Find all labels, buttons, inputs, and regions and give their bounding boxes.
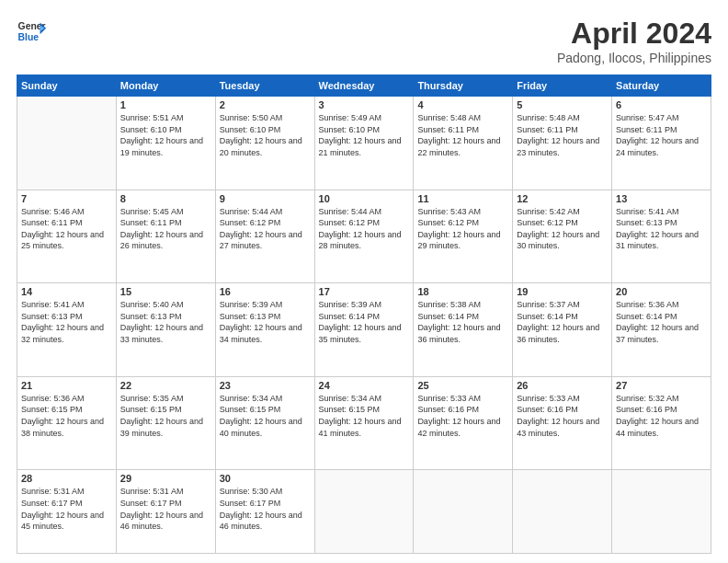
logo-icon: General Blue bbox=[17, 17, 46, 46]
day-number: 3 bbox=[319, 99, 410, 110]
day-number: 19 bbox=[517, 286, 608, 297]
table-row bbox=[314, 470, 414, 554]
header-sunday: Sunday bbox=[17, 75, 117, 97]
table-row: 17Sunrise: 5:39 AM Sunset: 6:14 PM Dayli… bbox=[314, 283, 414, 377]
day-info: Sunrise: 5:48 AM Sunset: 6:11 PM Dayligh… bbox=[417, 112, 508, 158]
table-row: 25Sunrise: 5:33 AM Sunset: 6:16 PM Dayli… bbox=[414, 376, 513, 470]
title-block: April 2024 Padong, Ilocos, Philippines bbox=[557, 17, 711, 65]
table-row: 22Sunrise: 5:35 AM Sunset: 6:15 PM Dayli… bbox=[116, 376, 215, 470]
day-number: 17 bbox=[319, 286, 410, 297]
day-number: 30 bbox=[220, 473, 311, 484]
day-number: 8 bbox=[120, 193, 211, 204]
table-row: 14Sunrise: 5:41 AM Sunset: 6:13 PM Dayli… bbox=[17, 283, 117, 377]
day-info: Sunrise: 5:43 AM Sunset: 6:12 PM Dayligh… bbox=[417, 206, 508, 252]
calendar-week-row: 14Sunrise: 5:41 AM Sunset: 6:13 PM Dayli… bbox=[17, 283, 711, 377]
day-number: 20 bbox=[616, 286, 707, 297]
table-row: 4Sunrise: 5:48 AM Sunset: 6:11 PM Daylig… bbox=[414, 97, 513, 190]
header-monday: Monday bbox=[116, 75, 215, 97]
day-info: Sunrise: 5:37 AM Sunset: 6:14 PM Dayligh… bbox=[517, 299, 608, 345]
day-number: 12 bbox=[517, 193, 608, 204]
day-number: 13 bbox=[616, 193, 707, 204]
day-info: Sunrise: 5:34 AM Sunset: 6:15 PM Dayligh… bbox=[319, 393, 410, 439]
day-info: Sunrise: 5:44 AM Sunset: 6:12 PM Dayligh… bbox=[220, 206, 311, 252]
table-row: 29Sunrise: 5:31 AM Sunset: 6:17 PM Dayli… bbox=[116, 470, 215, 554]
table-row: 28Sunrise: 5:31 AM Sunset: 6:17 PM Dayli… bbox=[17, 470, 117, 554]
table-row: 23Sunrise: 5:34 AM Sunset: 6:15 PM Dayli… bbox=[215, 376, 314, 470]
table-row: 6Sunrise: 5:47 AM Sunset: 6:11 PM Daylig… bbox=[612, 97, 711, 190]
table-row: 3Sunrise: 5:49 AM Sunset: 6:10 PM Daylig… bbox=[314, 97, 414, 190]
table-row: 9Sunrise: 5:44 AM Sunset: 6:12 PM Daylig… bbox=[215, 190, 314, 283]
day-number: 23 bbox=[220, 380, 311, 391]
day-info: Sunrise: 5:33 AM Sunset: 6:16 PM Dayligh… bbox=[417, 393, 508, 439]
page-header: General Blue April 2024 Padong, Ilocos, … bbox=[17, 17, 711, 65]
day-info: Sunrise: 5:41 AM Sunset: 6:13 PM Dayligh… bbox=[21, 299, 112, 345]
day-info: Sunrise: 5:44 AM Sunset: 6:12 PM Dayligh… bbox=[319, 206, 410, 252]
day-info: Sunrise: 5:42 AM Sunset: 6:12 PM Dayligh… bbox=[517, 206, 608, 252]
day-number: 22 bbox=[120, 380, 211, 391]
day-info: Sunrise: 5:36 AM Sunset: 6:15 PM Dayligh… bbox=[21, 393, 112, 439]
calendar-table: Sunday Monday Tuesday Wednesday Thursday… bbox=[17, 75, 711, 554]
day-number: 6 bbox=[616, 99, 707, 110]
day-number: 16 bbox=[220, 286, 311, 297]
day-number: 4 bbox=[417, 99, 508, 110]
table-row: 18Sunrise: 5:38 AM Sunset: 6:14 PM Dayli… bbox=[414, 283, 513, 377]
table-row: 7Sunrise: 5:46 AM Sunset: 6:11 PM Daylig… bbox=[17, 190, 117, 283]
calendar-week-row: 7Sunrise: 5:46 AM Sunset: 6:11 PM Daylig… bbox=[17, 190, 711, 283]
day-number: 5 bbox=[517, 99, 608, 110]
day-info: Sunrise: 5:50 AM Sunset: 6:10 PM Dayligh… bbox=[220, 112, 311, 158]
month-title: April 2024 bbox=[557, 17, 711, 51]
table-row: 5Sunrise: 5:48 AM Sunset: 6:11 PM Daylig… bbox=[513, 97, 612, 190]
table-row: 19Sunrise: 5:37 AM Sunset: 6:14 PM Dayli… bbox=[513, 283, 612, 377]
day-info: Sunrise: 5:31 AM Sunset: 6:17 PM Dayligh… bbox=[120, 486, 211, 532]
location: Padong, Ilocos, Philippines bbox=[557, 51, 711, 65]
calendar-week-row: 1Sunrise: 5:51 AM Sunset: 6:10 PM Daylig… bbox=[17, 97, 711, 190]
table-row: 8Sunrise: 5:45 AM Sunset: 6:11 PM Daylig… bbox=[116, 190, 215, 283]
day-number: 9 bbox=[220, 193, 311, 204]
table-row: 11Sunrise: 5:43 AM Sunset: 6:12 PM Dayli… bbox=[414, 190, 513, 283]
table-row: 12Sunrise: 5:42 AM Sunset: 6:12 PM Dayli… bbox=[513, 190, 612, 283]
day-number: 7 bbox=[21, 193, 112, 204]
table-row: 15Sunrise: 5:40 AM Sunset: 6:13 PM Dayli… bbox=[116, 283, 215, 377]
table-row bbox=[612, 470, 711, 554]
table-row: 10Sunrise: 5:44 AM Sunset: 6:12 PM Dayli… bbox=[314, 190, 414, 283]
day-number: 29 bbox=[120, 473, 211, 484]
day-info: Sunrise: 5:31 AM Sunset: 6:17 PM Dayligh… bbox=[21, 486, 112, 532]
day-number: 1 bbox=[120, 99, 211, 110]
table-row bbox=[513, 470, 612, 554]
day-info: Sunrise: 5:33 AM Sunset: 6:16 PM Dayligh… bbox=[517, 393, 608, 439]
table-row: 1Sunrise: 5:51 AM Sunset: 6:10 PM Daylig… bbox=[116, 97, 215, 190]
day-info: Sunrise: 5:48 AM Sunset: 6:11 PM Dayligh… bbox=[517, 112, 608, 158]
weekday-header-row: Sunday Monday Tuesday Wednesday Thursday… bbox=[17, 75, 711, 97]
table-row: 2Sunrise: 5:50 AM Sunset: 6:10 PM Daylig… bbox=[215, 97, 314, 190]
day-number: 15 bbox=[120, 286, 211, 297]
day-info: Sunrise: 5:40 AM Sunset: 6:13 PM Dayligh… bbox=[120, 299, 211, 345]
day-info: Sunrise: 5:46 AM Sunset: 6:11 PM Dayligh… bbox=[21, 206, 112, 252]
day-info: Sunrise: 5:39 AM Sunset: 6:13 PM Dayligh… bbox=[220, 299, 311, 345]
svg-text:Blue: Blue bbox=[18, 32, 40, 42]
day-info: Sunrise: 5:35 AM Sunset: 6:15 PM Dayligh… bbox=[120, 393, 211, 439]
day-number: 2 bbox=[220, 99, 311, 110]
day-number: 27 bbox=[616, 380, 707, 391]
table-row: 20Sunrise: 5:36 AM Sunset: 6:14 PM Dayli… bbox=[612, 283, 711, 377]
day-info: Sunrise: 5:32 AM Sunset: 6:16 PM Dayligh… bbox=[616, 393, 707, 439]
header-tuesday: Tuesday bbox=[215, 75, 314, 97]
table-row: 21Sunrise: 5:36 AM Sunset: 6:15 PM Dayli… bbox=[17, 376, 117, 470]
table-row: 16Sunrise: 5:39 AM Sunset: 6:13 PM Dayli… bbox=[215, 283, 314, 377]
header-thursday: Thursday bbox=[414, 75, 513, 97]
header-wednesday: Wednesday bbox=[314, 75, 414, 97]
day-info: Sunrise: 5:34 AM Sunset: 6:15 PM Dayligh… bbox=[220, 393, 311, 439]
table-row: 26Sunrise: 5:33 AM Sunset: 6:16 PM Dayli… bbox=[513, 376, 612, 470]
table-row bbox=[414, 470, 513, 554]
table-row: 24Sunrise: 5:34 AM Sunset: 6:15 PM Dayli… bbox=[314, 376, 414, 470]
day-number: 26 bbox=[517, 380, 608, 391]
day-info: Sunrise: 5:36 AM Sunset: 6:14 PM Dayligh… bbox=[616, 299, 707, 345]
table-row bbox=[17, 97, 117, 190]
day-number: 10 bbox=[319, 193, 410, 204]
table-row: 27Sunrise: 5:32 AM Sunset: 6:16 PM Dayli… bbox=[612, 376, 711, 470]
day-info: Sunrise: 5:51 AM Sunset: 6:10 PM Dayligh… bbox=[120, 112, 211, 158]
header-saturday: Saturday bbox=[612, 75, 711, 97]
day-number: 14 bbox=[21, 286, 112, 297]
table-row: 13Sunrise: 5:41 AM Sunset: 6:13 PM Dayli… bbox=[612, 190, 711, 283]
day-info: Sunrise: 5:45 AM Sunset: 6:11 PM Dayligh… bbox=[120, 206, 211, 252]
day-info: Sunrise: 5:30 AM Sunset: 6:17 PM Dayligh… bbox=[220, 486, 311, 532]
